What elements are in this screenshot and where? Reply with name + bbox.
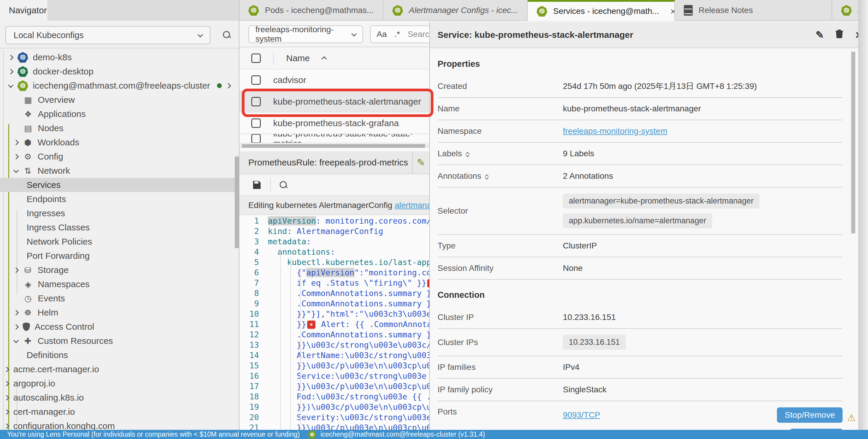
- match-case-toggle[interactable]: Aa: [377, 30, 387, 39]
- sidebar-item-custom-resources[interactable]: ✚Custom Resources: [0, 334, 240, 348]
- close-icon[interactable]: ×: [670, 6, 675, 17]
- line-code: apiVersion: monitoring.coreos.com/v1: [268, 216, 429, 226]
- chip-list: 10.233.16.151: [563, 329, 626, 356]
- port-link-9093-tcp[interactable]: 9093/TCP: [563, 410, 600, 420]
- namespace-select[interactable]: freeleaps-monitoring-system: [248, 25, 363, 43]
- tab-label: Release Notes: [699, 6, 753, 15]
- alertmanagerconfig-link[interactable]: alertmanager: [395, 201, 429, 210]
- sidebar-item-icecheng-mathmast-com-freeleaps-cluster[interactable]: ☸icecheng@mathmast.com@freeleaps-cluster: [0, 78, 240, 93]
- prometheusrule-bar[interactable]: PrometheusRule: freepeals-prod-metrics ✎: [240, 151, 429, 174]
- sidebar-item-label: Definitions: [27, 350, 68, 360]
- k8s-icon: ☸: [841, 5, 852, 16]
- editor-line: 9 .CommonAnnotations.summary }}: [240, 298, 429, 309]
- helm-icon: ☸: [23, 308, 33, 317]
- sidebar-item-overview[interactable]: ▦Overview: [0, 93, 240, 107]
- sidebar-item-demo-k8s[interactable]: ☸demo-k8s: [0, 50, 240, 64]
- line-code: .CommonAnnotations.summary }}: [268, 289, 429, 298]
- detail-row-selector: Selectoralertmanager=kube-prometheus-sta…: [438, 188, 843, 235]
- sort-toggle-icon[interactable]: [486, 173, 488, 179]
- sidebar-item-storage[interactable]: ⛁Storage: [0, 263, 240, 277]
- network-icon: ⇅: [23, 166, 33, 176]
- sidebar-item-definitions[interactable]: Definitions: [0, 348, 240, 362]
- navigator-panel-tab[interactable]: Navigator: [0, 0, 47, 21]
- sort-toggle-icon[interactable]: [466, 151, 469, 157]
- detail-row-type: TypeClusterIP: [438, 235, 843, 257]
- sidebar-item-ingresses[interactable]: Ingresses: [0, 206, 240, 221]
- editor-line: 1apiVersion: monitoring.coreos.com/v1: [240, 216, 429, 226]
- stop-remove-button[interactable]: Stop/Remove: [777, 407, 843, 423]
- delete-icon[interactable]: [830, 29, 849, 41]
- chevron-right-icon[interactable]: [226, 83, 231, 88]
- line-number: 11: [240, 319, 268, 329]
- table-row-cadvisor[interactable]: cadvisor: [240, 69, 429, 91]
- sort-ascending-icon[interactable]: [321, 56, 327, 62]
- yaml-editor[interactable]: 1apiVersion: monitoring.coreos.com/v12ki…: [240, 215, 429, 430]
- sidebar-item-label: Ingresses: [27, 208, 65, 218]
- sidebar-item-label: docker-desktop: [33, 66, 93, 76]
- sidebar-item-nodes[interactable]: ▤Nodes: [0, 121, 240, 135]
- horizontal-scrollbar[interactable]: [240, 143, 429, 148]
- search-icon[interactable]: [222, 30, 231, 39]
- edit-icon[interactable]: ✎: [810, 29, 830, 41]
- sidebar-item-argoproj-io[interactable]: argoproj.io: [0, 376, 240, 391]
- nodes-icon: ▤: [23, 124, 33, 133]
- detail-label: IP family policy: [438, 385, 563, 394]
- editor-line: 2kind: AlertmanagerConfig: [240, 226, 429, 236]
- detail-value: 2 Annotations: [563, 171, 613, 181]
- active-cluster-status[interactable]: icecheng@mathmast.com@freeleaps-cluster …: [320, 431, 485, 438]
- editor-line: 8 .CommonAnnotations.summary }}: [240, 288, 429, 298]
- sidebar-item-workloads[interactable]: ⬢Workloads: [0, 135, 240, 149]
- editing-notice-text: Editing kubernetes AlertmanagerConfig: [248, 201, 395, 210]
- sidebar-item-autoscaling-k8s-io[interactable]: autoscaling.k8s.io: [0, 391, 240, 405]
- sidebar-item-label: Config: [37, 151, 63, 162]
- namespace-link[interactable]: freeleaps-monitoring-system: [563, 127, 667, 136]
- sidebar-item-port-forwarding[interactable]: Port Forwarding: [0, 249, 240, 263]
- chevron-right-icon: [13, 154, 19, 159]
- sidebar-item-ingress-classes[interactable]: Ingress Classes: [0, 221, 240, 235]
- sidebar-item-events[interactable]: ◷Events: [0, 291, 240, 305]
- line-code: Severity:\u003c/strong\u003e: [268, 413, 429, 422]
- sidebar-item-docker-desktop[interactable]: ☸docker-desktop: [0, 64, 240, 78]
- kubeconfig-select[interactable]: Local Kubeconfigs: [5, 26, 211, 44]
- row-checkbox[interactable]: [251, 134, 261, 143]
- sidebar-scrollbar[interactable]: [235, 157, 239, 248]
- regex-toggle[interactable]: .*: [394, 30, 400, 39]
- table-row-kube-prometheus-stack-kube-state-metrics[interactable]: kube-prometheus-stack-kube-state-metrics: [240, 134, 429, 143]
- list-toolbar: freeleaps-monitoring-system Aa .* Search: [240, 21, 429, 47]
- sidebar-item-endpoints[interactable]: Endpoints: [0, 192, 240, 206]
- sidebar-item-services[interactable]: Services: [0, 178, 240, 192]
- chevron-right-icon: [8, 55, 13, 60]
- sidebar-item-config[interactable]: ⚙Config: [0, 149, 240, 164]
- column-header-name[interactable]: Name: [286, 53, 310, 63]
- tab-pods-icecheng-mathmas[interactable]: ☸Pods - icecheng@mathmas...: [240, 0, 383, 21]
- sidebar-item-namespaces[interactable]: ◈Namespaces: [0, 277, 240, 291]
- sidebar-item-cert-manager-io[interactable]: cert-manager.io: [0, 405, 240, 419]
- tab-alertmanager-configs-icec[interactable]: ☸Alertmanager Configs - icec...: [383, 0, 528, 21]
- detail-value: SingleStack: [563, 385, 607, 394]
- row-checkbox[interactable]: [251, 75, 261, 85]
- sidebar-item-access-control[interactable]: Access Control: [0, 319, 240, 334]
- line-number: 19: [240, 402, 268, 411]
- tab-release-notes[interactable]: Release Notes: [675, 0, 832, 21]
- k8s-icon: ☸: [18, 52, 28, 63]
- sidebar-item-acme-cert-manager-io[interactable]: acme.cert-manager.io: [0, 362, 240, 376]
- select-all-checkbox[interactable]: [251, 54, 261, 63]
- fire-icon: ✶: [307, 320, 315, 329]
- line-number: 21: [240, 423, 268, 430]
- editor-search-icon[interactable]: [279, 180, 288, 189]
- sidebar-item-applications[interactable]: ❖Applications: [0, 107, 240, 121]
- sidebar-item-network-policies[interactable]: Network Policies: [0, 235, 240, 249]
- editor-line: 7 if eq .Status \"firing\" }}✶: [240, 278, 429, 288]
- sidebar-item-helm[interactable]: ☸Helm: [0, 305, 240, 319]
- row-checkbox[interactable]: [251, 119, 261, 128]
- search-input[interactable]: Aa .* Search: [370, 25, 429, 43]
- scrollbar-thumb[interactable]: [242, 144, 425, 148]
- sidebar-item-network[interactable]: ⇅Network: [0, 164, 240, 178]
- detail-scrollbar[interactable]: [851, 52, 855, 233]
- sidebar-item-configuration-konghq-com[interactable]: configuration.konghq.com: [0, 419, 240, 430]
- edit-icon[interactable]: ✎: [413, 157, 429, 168]
- tab-services-icecheng-math[interactable]: ☸Services - icecheng@math...×: [528, 0, 675, 21]
- line-number: 7: [240, 278, 268, 288]
- save-icon[interactable]: [251, 180, 262, 190]
- service-name: kube-prometheus-stack-kube-state-metrics: [273, 134, 429, 143]
